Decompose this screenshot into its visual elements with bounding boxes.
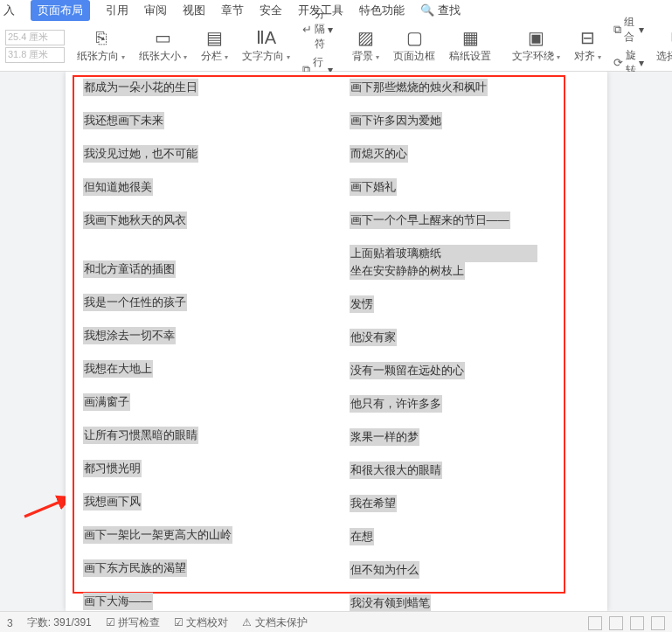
text-line[interactable]: 浆果一样的梦 bbox=[350, 428, 419, 446]
text-direction-button[interactable]: ⅡA 文字方向▾ bbox=[242, 21, 290, 71]
text-columns: 都成为一朵小花的生日我还想画下未来我没见过她，也不可能但知道她很美我画下她秋天的… bbox=[83, 79, 590, 604]
breaks-group: ↵分隔符▾ ⧉行号▾ bbox=[302, 21, 333, 71]
text-line[interactable]: 我画下她秋天的风衣 bbox=[83, 212, 187, 229]
ribbon-toolbar: ⎘ 纸张方向▾ ▭ 纸张大小▾ ▤ 分栏▾ ⅡA 文字方向▾ ↵分隔符▾ ⧉行号… bbox=[0, 21, 672, 72]
text-wrap-button[interactable]: ▣ 文字环绕▾ bbox=[512, 21, 560, 71]
text-line[interactable]: 但不知为什么 bbox=[350, 561, 419, 579]
text-line[interactable]: 但知道她很美 bbox=[83, 178, 153, 196]
view-mode-1-icon[interactable] bbox=[588, 616, 602, 630]
word-count[interactable]: 字数: 391/391 bbox=[27, 615, 92, 630]
selection-pane-button[interactable]: ⧉ 选择窗格 bbox=[656, 21, 672, 71]
text-line[interactable]: 画下那些燃烧的烛火和枫叶 bbox=[350, 79, 488, 96]
text-line[interactable]: 上面贴着玻璃糖纸 bbox=[350, 245, 537, 262]
text-line[interactable]: 他没有家 bbox=[350, 329, 397, 346]
text-line[interactable]: 画下大海—— bbox=[83, 593, 153, 610]
workspace: 都成为一朵小花的生日我还想画下未来我没见过她，也不可能但知道她很美我画下她秋天的… bbox=[0, 72, 672, 611]
text-line[interactable]: 画下婚礼 bbox=[350, 178, 397, 196]
text-line[interactable]: 他只有，许许多多 bbox=[350, 395, 442, 413]
left-column: 都成为一朵小花的生日我还想画下未来我没见过她，也不可能但知道她很美我画下她秋天的… bbox=[83, 79, 323, 604]
group-button[interactable]: ⧉组合▾ bbox=[613, 15, 644, 45]
text-line[interactable]: 我还想画下未来 bbox=[83, 112, 164, 129]
ribbon-tabs: 入 页面布局 引用 审阅 视图 章节 安全 开发工具 特色功能 🔍 查找 bbox=[0, 0, 672, 21]
tab-security[interactable]: 安全 bbox=[260, 3, 282, 18]
page-size-inputs bbox=[5, 30, 65, 63]
text-line[interactable]: 画下一架比一架更高大的山岭 bbox=[83, 526, 232, 544]
page-number[interactable]: 3 bbox=[7, 617, 13, 629]
align-icon: ⊟ bbox=[580, 29, 595, 46]
text-line[interactable]: 我想涂去一切不幸 bbox=[83, 327, 176, 344]
page-height-input[interactable] bbox=[5, 47, 65, 63]
text-line[interactable]: 都成为一朵小花的生日 bbox=[83, 79, 198, 96]
paper-size-icon: ▭ bbox=[155, 29, 171, 46]
text-direction-icon: ⅡA bbox=[256, 29, 276, 46]
text-line[interactable]: 画下东方民族的渴望 bbox=[83, 559, 187, 577]
status-bar: 3 字数: 391/391 ☑ 拼写检查 ☑ 文档校对 ⚠ 文档未保护 bbox=[0, 611, 672, 632]
breaks-icon: ↵ bbox=[302, 23, 312, 36]
text-line[interactable]: 画下许多因为爱她 bbox=[350, 112, 442, 129]
page-border-button[interactable]: ▢ 页面边框 bbox=[393, 21, 435, 71]
page-width-input[interactable] bbox=[5, 30, 65, 45]
text-line[interactable]: 发愣 bbox=[350, 295, 374, 313]
tab-review[interactable]: 审阅 bbox=[144, 3, 167, 18]
text-line[interactable]: 画满窗子 bbox=[83, 393, 130, 411]
right-column: 画下那些燃烧的烛火和枫叶画下许多因为爱她而熄灭的心画下婚礼画下一个个早上醒来的节… bbox=[350, 79, 590, 604]
columns-icon: ▤ bbox=[206, 29, 223, 46]
text-wrap-icon: ▣ bbox=[528, 29, 544, 46]
text-line[interactable]: 在想 bbox=[350, 528, 374, 545]
tab-view[interactable]: 视图 bbox=[183, 3, 205, 18]
view-mode-2-icon[interactable] bbox=[609, 616, 623, 630]
protect-status[interactable]: ⚠ 文档未保护 bbox=[242, 615, 307, 630]
tab-section[interactable]: 章节 bbox=[221, 3, 244, 18]
text-line[interactable]: 画下一个个早上醒来的节日—— bbox=[350, 212, 510, 229]
view-mode-3-icon[interactable] bbox=[630, 616, 644, 630]
text-line[interactable]: 而熄灭的心 bbox=[350, 145, 408, 163]
background-icon: ▨ bbox=[357, 29, 374, 46]
spell-check-toggle[interactable]: ☑ 拼写检查 bbox=[106, 615, 160, 630]
text-line[interactable]: 和很大很大的眼睛 bbox=[350, 462, 442, 479]
manuscript-icon: ▦ bbox=[462, 29, 479, 46]
group-icon: ⧉ bbox=[613, 23, 621, 37]
rotate-icon: ⟳ bbox=[613, 56, 623, 69]
text-line[interactable]: 我想在大地上 bbox=[83, 360, 153, 378]
text-line[interactable]: 我没有领到蜡笔 bbox=[350, 594, 431, 611]
text-line[interactable]: 我是一个任性的孩子 bbox=[83, 294, 187, 311]
tab-special[interactable]: 特色功能 bbox=[359, 3, 405, 18]
document-page[interactable]: 都成为一朵小花的生日我还想画下未来我没见过她，也不可能但知道她很美我画下她秋天的… bbox=[66, 72, 607, 611]
orientation-button[interactable]: ⎘ 纸张方向▾ bbox=[77, 21, 125, 71]
view-mode-4-icon[interactable] bbox=[651, 616, 665, 630]
tab-page-layout[interactable]: 页面布局 bbox=[31, 0, 90, 21]
arrange-group: ⧉组合▾ ⟳旋转▾ bbox=[613, 21, 644, 71]
manuscript-button[interactable]: ▦ 稿纸设置 bbox=[449, 21, 491, 71]
text-line[interactable]: 让所有习惯黑暗的眼睛 bbox=[83, 427, 198, 444]
text-line[interactable]: 我没见过她，也不可能 bbox=[83, 145, 198, 163]
proofread-toggle[interactable]: ☑ 文档校对 bbox=[174, 615, 228, 630]
text-line[interactable]: 我在希望 bbox=[350, 495, 397, 512]
search-icon: 🔍 bbox=[420, 3, 434, 17]
text-line[interactable]: 和北方童话的插图 bbox=[83, 260, 176, 278]
columns-button[interactable]: ▤ 分栏▾ bbox=[201, 21, 228, 71]
background-button[interactable]: ▨ 背景▾ bbox=[352, 21, 379, 71]
text-line[interactable]: 都习惯光明 bbox=[83, 460, 142, 477]
breaks-button[interactable]: ↵分隔符▾ bbox=[302, 7, 333, 52]
align-button[interactable]: ⊟ 对齐▾ bbox=[574, 21, 601, 71]
orientation-icon: ⎘ bbox=[96, 29, 107, 46]
page-border-icon: ▢ bbox=[406, 29, 423, 46]
tab-insert-partial[interactable]: 入 bbox=[3, 3, 15, 18]
status-right-group bbox=[588, 616, 665, 630]
text-line[interactable]: 坐在安安静静的树枝上 bbox=[350, 262, 465, 280]
paper-size-button[interactable]: ▭ 纸张大小▾ bbox=[139, 21, 187, 71]
search-button[interactable]: 🔍 查找 bbox=[420, 3, 461, 18]
text-line[interactable]: 我想画下风 bbox=[83, 493, 142, 510]
text-line[interactable]: 没有一颗留在远处的心 bbox=[350, 362, 465, 379]
tab-references[interactable]: 引用 bbox=[106, 3, 128, 18]
